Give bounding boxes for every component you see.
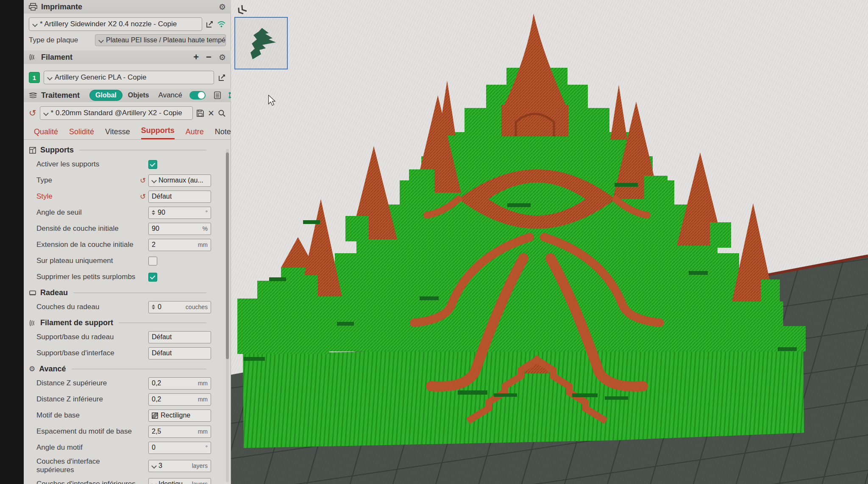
add-filament-button[interactable]: + [193, 52, 199, 63]
base-spacing-value: 2,5 [152, 428, 161, 435]
option-label: Couches d'interface inférieures [36, 480, 137, 484]
chevron-down-icon [152, 178, 156, 183]
support-interface-filament-select[interactable]: Défaut [148, 347, 211, 360]
spinner-arrows[interactable] [152, 210, 155, 215]
group-support-filament: Filament de support [24, 315, 231, 329]
option-support-type: Type ↺ Normaux (au... [24, 172, 231, 188]
reset-option-icon[interactable]: ↺ [140, 193, 146, 200]
settings-scrollbar[interactable] [226, 149, 229, 482]
printer-preset-value: * Artillery Sidewinder X2 0.4 nozzle - C… [40, 20, 177, 28]
filament-slot-badge[interactable]: 1 [29, 72, 40, 83]
initial-layer-expansion-input[interactable]: 2 mm [148, 239, 211, 251]
parameter-tree-icon[interactable] [228, 91, 231, 100]
base-pattern-select[interactable]: Rectiligne [148, 409, 211, 422]
3d-viewport[interactable] [231, 0, 868, 484]
gcode-list-icon[interactable] [214, 91, 221, 100]
option-base-pattern: Motif de base Rectiligne [24, 407, 231, 423]
base-pattern-value: Rectiligne [161, 412, 190, 419]
pattern-angle-input[interactable]: 0 ° [148, 442, 211, 454]
unit-label: ° [205, 444, 208, 451]
hatch-pattern-icon [152, 412, 158, 419]
object-thumbnail[interactable] [234, 17, 288, 69]
filament-preset-select[interactable]: Artillery Generic PLA - Copie [44, 71, 214, 84]
chevron-down-icon [47, 75, 52, 80]
unit-label: layers [192, 481, 208, 484]
process-preset-select[interactable]: * 0.20mm Standard @Artillery X2 - Copie [40, 106, 193, 120]
layers-icon [29, 92, 37, 99]
advanced-group-gear-icon: ⚙ [29, 365, 35, 373]
remove-filament-button[interactable]: − [206, 52, 211, 63]
tab-vitesse[interactable]: Vitesse [105, 127, 130, 139]
wifi-connection-icon[interactable] [217, 21, 226, 28]
printer-section-header: Imprimante ⚙ [24, 0, 231, 14]
process-tab-global[interactable]: Global [89, 90, 122, 101]
option-support-interface-filament: Support/base d'interface Défaut [24, 345, 231, 361]
top-interface-layers-select[interactable]: 3 layers [148, 460, 211, 472]
search-icon[interactable] [218, 109, 226, 117]
initial-layer-density-input[interactable]: 90 % [148, 223, 211, 235]
raft-layers-value: 0 [158, 303, 161, 311]
edit-filament-icon[interactable] [218, 74, 226, 82]
support-base-filament-value: Défaut [152, 333, 172, 341]
bottom-interface-layers-value: Identiqu [159, 480, 183, 484]
raft-group-icon [29, 290, 36, 296]
spinner-arrows[interactable] [152, 304, 155, 310]
reset-process-icon[interactable]: ↺ [29, 109, 36, 118]
process-tab-objects[interactable]: Objets [126, 90, 151, 100]
support-base-filament-select[interactable]: Défaut [148, 331, 211, 343]
filament-preset-row: 1 Artillery Generic PLA - Copie [24, 64, 231, 89]
threshold-angle-input[interactable]: 90 ° [148, 207, 211, 219]
unit-label: layers [192, 462, 208, 469]
bottom-interface-layers-select[interactable]: Identiqu layers [148, 478, 211, 484]
top-z-distance-input[interactable]: 0,2 mm [148, 377, 211, 390]
advanced-mode-toggle[interactable] [189, 91, 206, 100]
printer-preset-row: * Artillery Sidewinder X2 0.4 nozzle - C… [24, 14, 231, 31]
overhang-spike [610, 85, 627, 140]
option-label: Extension de la couche initiale [36, 241, 137, 249]
object-thumbnail-shape [235, 18, 285, 67]
tab-supports[interactable]: Supports [141, 126, 175, 139]
settings-sidebar: Imprimante ⚙ * Artillery Sidewinder X2 0… [24, 0, 231, 484]
option-support-base-filament: Support/base du radeau Défaut [24, 329, 231, 345]
support-type-value: Normaux (au... [159, 177, 203, 184]
group-raft: Radeau [24, 285, 231, 299]
buildplate-only-checkbox[interactable] [148, 257, 157, 266]
base-spacing-input[interactable]: 2,5 mm [148, 426, 211, 438]
option-label: Densité de couche initiale [36, 224, 137, 233]
option-label: Distance Z inférieure [36, 395, 137, 404]
plate-type-select[interactable]: Plateau PEI lisse / Plateau haute tempé.… [95, 34, 226, 46]
process-preset-row: ↺ * 0.20mm Standard @Artillery X2 - Copi… [24, 102, 231, 120]
enable-supports-checkbox[interactable] [148, 160, 157, 169]
printer-icon [29, 3, 37, 11]
option-label: Angle du motif [36, 443, 137, 452]
tab-solidite[interactable]: Solidité [69, 127, 94, 139]
tab-notes[interactable]: Notes [215, 127, 231, 139]
option-support-style: Style ↺ Défaut [24, 188, 231, 205]
remove-small-overhangs-checkbox[interactable] [148, 273, 157, 282]
raft-layers-input[interactable]: 0 couches [148, 301, 211, 313]
chevron-down-icon [44, 111, 48, 115]
support-style-select[interactable]: Défaut [148, 191, 211, 203]
tab-qualite[interactable]: Qualité [34, 127, 58, 139]
save-preset-icon[interactable] [196, 109, 204, 117]
filament-section-header: Filament + − ⚙ [24, 50, 231, 64]
printer-settings-gear-icon[interactable]: ⚙ [219, 3, 226, 11]
scrollbar-thumb[interactable] [226, 152, 229, 359]
option-label: Sur plateau uniquement [36, 257, 137, 265]
filament-settings-gear-icon[interactable]: ⚙ [219, 53, 226, 61]
plate-type-value: Plateau PEI lisse / Plateau haute tempé.… [106, 36, 226, 44]
edit-preset-icon[interactable] [206, 20, 214, 28]
option-label: Couches du radeau [36, 303, 137, 311]
printer-preset-select[interactable]: * Artillery Sidewinder X2 0.4 nozzle - C… [29, 17, 202, 31]
option-initial-layer-expansion: Extension de la couche initiale 2 mm [24, 237, 231, 253]
group-raft-title: Radeau [40, 288, 68, 297]
support-type-select[interactable]: Normaux (au... [148, 174, 211, 187]
reset-option-icon[interactable]: ↺ [140, 177, 146, 184]
bottom-z-distance-input[interactable]: 0,2 mm [148, 393, 211, 406]
option-label: Activer les supports [36, 160, 137, 169]
filament-section-title: Filament [41, 53, 72, 62]
collapse-sidebar-icon[interactable] [236, 2, 250, 16]
unit-label: % [203, 225, 208, 232]
delete-preset-icon[interactable]: ✕ [208, 108, 214, 118]
tab-autre[interactable]: Autre [186, 127, 204, 139]
